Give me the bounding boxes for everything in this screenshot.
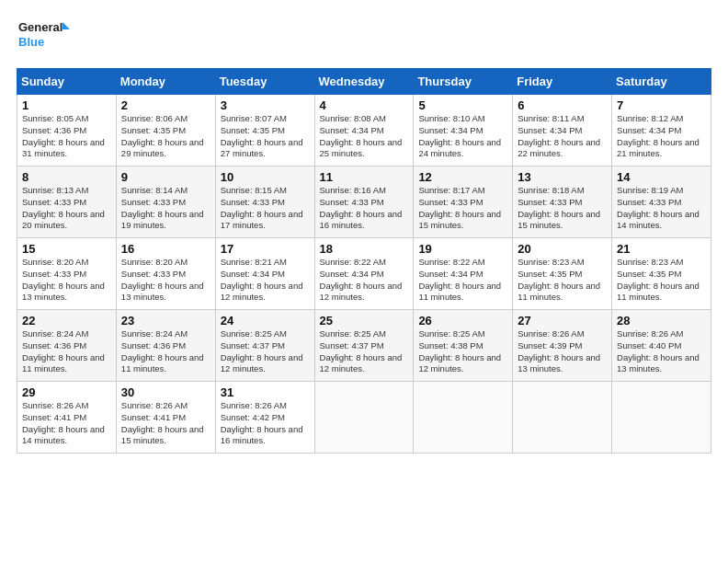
day-cell-26: 26Sunrise: 8:25 AMSunset: 4:38 PMDayligh… xyxy=(414,310,513,382)
day-header-sunday: Sunday xyxy=(17,69,117,95)
day-cell-2: 2Sunrise: 8:06 AMSunset: 4:35 PMDaylight… xyxy=(116,95,215,167)
day-number: 11 xyxy=(320,170,409,184)
day-cell-29: 29Sunrise: 8:26 AMSunset: 4:41 PMDayligh… xyxy=(17,382,117,454)
day-cell-25: 25Sunrise: 8:25 AMSunset: 4:37 PMDayligh… xyxy=(314,310,414,382)
day-number: 12 xyxy=(418,170,507,184)
day-number: 16 xyxy=(121,242,210,256)
day-info: Sunrise: 8:26 AMSunset: 4:41 PMDaylight:… xyxy=(22,400,105,445)
day-info: Sunrise: 8:10 AMSunset: 4:34 PMDaylight:… xyxy=(418,113,501,158)
day-info: Sunrise: 8:16 AMSunset: 4:33 PMDaylight:… xyxy=(320,185,403,230)
day-number: 4 xyxy=(320,98,409,112)
day-number: 20 xyxy=(518,242,607,256)
week-row-3: 15Sunrise: 8:20 AMSunset: 4:33 PMDayligh… xyxy=(17,238,711,310)
day-number: 8 xyxy=(22,170,111,184)
day-cell-7: 7Sunrise: 8:12 AMSunset: 4:34 PMDaylight… xyxy=(612,95,711,167)
day-cell-16: 16Sunrise: 8:20 AMSunset: 4:33 PMDayligh… xyxy=(116,238,215,310)
day-number: 22 xyxy=(22,314,111,327)
week-row-5: 29Sunrise: 8:26 AMSunset: 4:41 PMDayligh… xyxy=(17,382,711,454)
day-info: Sunrise: 8:26 AMSunset: 4:42 PMDaylight:… xyxy=(221,400,303,445)
day-info: Sunrise: 8:12 AMSunset: 4:34 PMDaylight:… xyxy=(617,113,700,158)
day-info: Sunrise: 8:18 AMSunset: 4:33 PMDaylight:… xyxy=(518,185,600,230)
day-header-wednesday: Wednesday xyxy=(314,69,414,95)
logo: General Blue xyxy=(17,17,72,57)
day-info: Sunrise: 8:21 AMSunset: 4:34 PMDaylight:… xyxy=(221,257,303,302)
day-cell-21: 21Sunrise: 8:23 AMSunset: 4:35 PMDayligh… xyxy=(612,238,711,310)
day-info: Sunrise: 8:20 AMSunset: 4:33 PMDaylight:… xyxy=(22,257,105,302)
day-cell-10: 10Sunrise: 8:15 AMSunset: 4:33 PMDayligh… xyxy=(215,167,314,238)
empty-cell xyxy=(612,382,711,454)
day-number: 23 xyxy=(121,314,210,327)
day-number: 31 xyxy=(221,385,310,399)
day-number: 1 xyxy=(22,98,111,112)
day-number: 15 xyxy=(22,242,111,256)
day-header-thursday: Thursday xyxy=(414,69,513,95)
week-row-4: 22Sunrise: 8:24 AMSunset: 4:36 PMDayligh… xyxy=(17,310,711,382)
day-cell-22: 22Sunrise: 8:24 AMSunset: 4:36 PMDayligh… xyxy=(17,310,117,382)
day-cell-19: 19Sunrise: 8:22 AMSunset: 4:34 PMDayligh… xyxy=(414,238,513,310)
week-row-2: 8Sunrise: 8:13 AMSunset: 4:33 PMDaylight… xyxy=(17,167,711,238)
day-info: Sunrise: 8:11 AMSunset: 4:34 PMDaylight:… xyxy=(518,113,600,158)
day-cell-5: 5Sunrise: 8:10 AMSunset: 4:34 PMDaylight… xyxy=(414,95,513,167)
day-info: Sunrise: 8:06 AMSunset: 4:35 PMDaylight:… xyxy=(121,113,204,158)
day-cell-17: 17Sunrise: 8:21 AMSunset: 4:34 PMDayligh… xyxy=(215,238,314,310)
day-info: Sunrise: 8:25 AMSunset: 4:37 PMDaylight:… xyxy=(320,328,403,373)
day-cell-30: 30Sunrise: 8:26 AMSunset: 4:41 PMDayligh… xyxy=(116,382,215,454)
day-number: 24 xyxy=(221,314,310,327)
header: General Blue xyxy=(17,17,711,57)
week-row-1: 1Sunrise: 8:05 AMSunset: 4:36 PMDaylight… xyxy=(17,95,711,167)
day-info: Sunrise: 8:22 AMSunset: 4:34 PMDaylight:… xyxy=(418,257,501,302)
day-info: Sunrise: 8:24 AMSunset: 4:36 PMDaylight:… xyxy=(121,328,204,373)
day-number: 3 xyxy=(221,98,310,112)
day-cell-24: 24Sunrise: 8:25 AMSunset: 4:37 PMDayligh… xyxy=(215,310,314,382)
day-number: 26 xyxy=(418,314,507,327)
day-info: Sunrise: 8:17 AMSunset: 4:33 PMDaylight:… xyxy=(418,185,501,230)
day-header-friday: Friday xyxy=(513,69,612,95)
day-number: 14 xyxy=(617,170,706,184)
day-cell-28: 28Sunrise: 8:26 AMSunset: 4:40 PMDayligh… xyxy=(612,310,711,382)
day-number: 6 xyxy=(518,98,607,112)
day-info: Sunrise: 8:19 AMSunset: 4:33 PMDaylight:… xyxy=(617,185,700,230)
day-number: 2 xyxy=(121,98,210,112)
empty-cell xyxy=(314,382,414,454)
day-number: 10 xyxy=(221,170,310,184)
svg-text:Blue: Blue xyxy=(18,35,44,49)
days-header-row: SundayMondayTuesdayWednesdayThursdayFrid… xyxy=(17,69,711,95)
day-number: 29 xyxy=(22,385,111,399)
empty-cell xyxy=(414,382,513,454)
day-cell-20: 20Sunrise: 8:23 AMSunset: 4:35 PMDayligh… xyxy=(513,238,612,310)
day-cell-12: 12Sunrise: 8:17 AMSunset: 4:33 PMDayligh… xyxy=(414,167,513,238)
day-info: Sunrise: 8:25 AMSunset: 4:38 PMDaylight:… xyxy=(418,328,501,373)
day-cell-11: 11Sunrise: 8:16 AMSunset: 4:33 PMDayligh… xyxy=(314,167,414,238)
day-cell-14: 14Sunrise: 8:19 AMSunset: 4:33 PMDayligh… xyxy=(612,167,711,238)
day-cell-27: 27Sunrise: 8:26 AMSunset: 4:39 PMDayligh… xyxy=(513,310,612,382)
svg-text:General: General xyxy=(18,20,63,34)
day-cell-31: 31Sunrise: 8:26 AMSunset: 4:42 PMDayligh… xyxy=(215,382,314,454)
day-header-tuesday: Tuesday xyxy=(215,69,314,95)
day-info: Sunrise: 8:23 AMSunset: 4:35 PMDaylight:… xyxy=(617,257,700,302)
svg-marker-2 xyxy=(63,22,70,29)
day-header-monday: Monday xyxy=(116,69,215,95)
day-info: Sunrise: 8:26 AMSunset: 4:40 PMDaylight:… xyxy=(617,328,700,373)
day-cell-13: 13Sunrise: 8:18 AMSunset: 4:33 PMDayligh… xyxy=(513,167,612,238)
day-cell-18: 18Sunrise: 8:22 AMSunset: 4:34 PMDayligh… xyxy=(314,238,414,310)
day-info: Sunrise: 8:15 AMSunset: 4:33 PMDaylight:… xyxy=(221,185,303,230)
calendar-table: SundayMondayTuesdayWednesdayThursdayFrid… xyxy=(17,68,711,454)
day-number: 28 xyxy=(617,314,706,327)
day-info: Sunrise: 8:13 AMSunset: 4:33 PMDaylight:… xyxy=(22,185,105,230)
day-number: 17 xyxy=(221,242,310,256)
day-number: 9 xyxy=(121,170,210,184)
day-info: Sunrise: 8:20 AMSunset: 4:33 PMDaylight:… xyxy=(121,257,204,302)
calendar-container: General Blue SundayMondayTuesdayWednesda… xyxy=(0,0,728,463)
day-cell-3: 3Sunrise: 8:07 AMSunset: 4:35 PMDaylight… xyxy=(215,95,314,167)
day-cell-6: 6Sunrise: 8:11 AMSunset: 4:34 PMDaylight… xyxy=(513,95,612,167)
day-info: Sunrise: 8:22 AMSunset: 4:34 PMDaylight:… xyxy=(320,257,403,302)
logo-svg: General Blue xyxy=(17,17,72,57)
day-cell-4: 4Sunrise: 8:08 AMSunset: 4:34 PMDaylight… xyxy=(314,95,414,167)
day-info: Sunrise: 8:07 AMSunset: 4:35 PMDaylight:… xyxy=(221,113,303,158)
day-cell-8: 8Sunrise: 8:13 AMSunset: 4:33 PMDaylight… xyxy=(17,167,117,238)
day-info: Sunrise: 8:25 AMSunset: 4:37 PMDaylight:… xyxy=(221,328,303,373)
day-number: 25 xyxy=(320,314,409,327)
day-info: Sunrise: 8:23 AMSunset: 4:35 PMDaylight:… xyxy=(518,257,600,302)
day-info: Sunrise: 8:08 AMSunset: 4:34 PMDaylight:… xyxy=(320,113,403,158)
day-info: Sunrise: 8:26 AMSunset: 4:39 PMDaylight:… xyxy=(518,328,600,373)
